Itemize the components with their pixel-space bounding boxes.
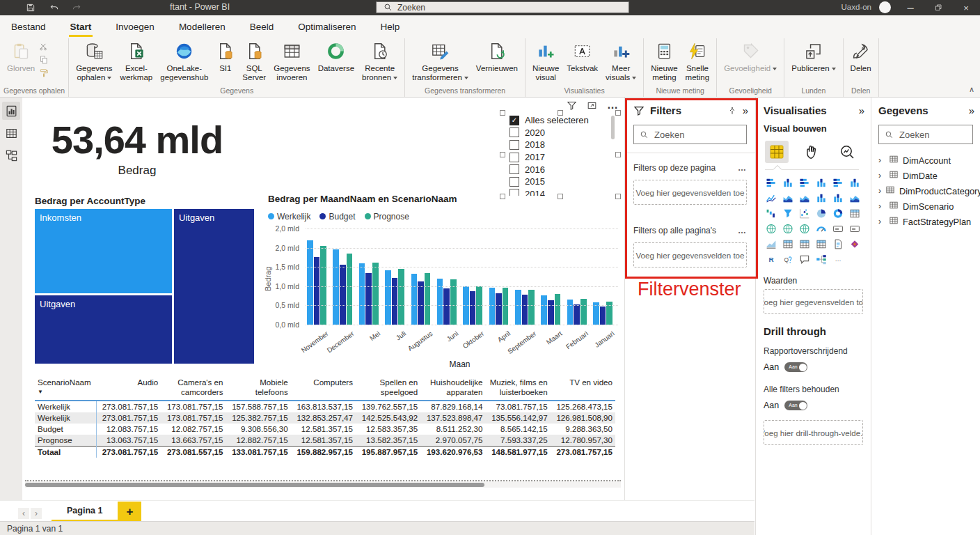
bar-group-december[interactable]: [333, 249, 352, 325]
menu-tab-beeld[interactable]: Beeld: [248, 19, 276, 35]
publiceren-button[interactable]: Publiceren: [788, 40, 839, 75]
card-visual[interactable]: 53,64 mld Bedrag: [36, 117, 238, 178]
legend-item-budget[interactable]: Budget: [319, 212, 355, 222]
multi-row-card-icon[interactable]: [848, 222, 862, 235]
slicer-scrollbar[interactable]: [611, 116, 615, 139]
column-header[interactable]: TV en video: [551, 377, 615, 401]
bar-prognose[interactable]: [425, 273, 431, 325]
bar-budget[interactable]: [574, 304, 580, 325]
column-header[interactable]: Computers: [291, 377, 356, 401]
checkbox-icon[interactable]: [509, 177, 519, 187]
column-header[interactable]: Mobiele telefoons: [226, 377, 291, 401]
bar-werkelijk[interactable]: [567, 300, 574, 325]
data-view-button[interactable]: [2, 124, 20, 142]
copy-icon[interactable]: [39, 55, 49, 68]
global-search-input[interactable]: Zoeken: [376, 1, 629, 13]
gegevens-transformeren-button[interactable]: Gegevens transformeren: [409, 40, 472, 84]
treemap-tile-inkomsten-0[interactable]: Inkomsten: [35, 209, 172, 293]
collapse-pane-icon[interactable]: »: [743, 104, 747, 116]
avatar[interactable]: [879, 1, 891, 13]
menu-tab-help[interactable]: Help: [379, 19, 401, 35]
checkbox-checked-icon[interactable]: ✓: [509, 116, 519, 125]
scatter-chart-icon[interactable]: [797, 207, 812, 220]
field-table-factstrategyplan[interactable]: ›FactStrategyPlan: [878, 214, 973, 229]
bar-prognose[interactable]: [528, 290, 535, 325]
column-header[interactable]: Spellen en speelgoed: [356, 377, 420, 401]
bar-prognose[interactable]: [320, 246, 326, 325]
snelle-meting-button[interactable]: Snelle meting: [682, 40, 713, 84]
bar-budget[interactable]: [340, 265, 346, 325]
table-row[interactable]: Prognose13.063.757,1513.663.757,1512.882…: [35, 435, 615, 447]
bar-werkelijk[interactable]: [515, 290, 521, 325]
excel-werkmap-button[interactable]: Excel- werkmap: [117, 40, 157, 84]
legend-item-werkelijk[interactable]: Werkelijk: [268, 212, 310, 222]
line-clustered-column-chart-icon[interactable]: [831, 192, 846, 205]
bar-budget[interactable]: [600, 307, 606, 325]
bar-prognose[interactable]: [580, 299, 587, 325]
bar-prognose[interactable]: [347, 254, 353, 325]
bar-budget[interactable]: [443, 288, 450, 325]
column-header[interactable]: Camera's en camcorders: [161, 377, 226, 401]
undo-icon[interactable]: [47, 1, 61, 15]
bar-group-augustus[interactable]: [411, 273, 431, 325]
paste-button[interactable]: Glorven: [3, 40, 38, 75]
sql-server-button[interactable]: SQL Server: [239, 40, 269, 84]
model-view-button[interactable]: [2, 146, 20, 164]
close-button[interactable]: ×: [952, 0, 980, 15]
expand-chevron-icon[interactable]: ›: [878, 171, 885, 180]
analytics-tab[interactable]: [835, 141, 859, 163]
treemap-visual[interactable]: InkomstenUitgavenUitgaven: [35, 209, 254, 364]
legend-item-prognose[interactable]: Prognose: [365, 212, 409, 222]
expand-chevron-icon[interactable]: ›: [878, 186, 881, 196]
stacked-column-chart-icon[interactable]: [780, 176, 795, 189]
stacked-area-chart-icon[interactable]: [797, 192, 812, 205]
save-icon[interactable]: [24, 1, 38, 15]
bar-budget[interactable]: [365, 273, 372, 325]
bar-budget[interactable]: [548, 300, 554, 325]
100-stacked-column-chart-icon[interactable]: [848, 176, 862, 189]
treemap-tile-uitgaven-1[interactable]: Uitgaven: [35, 295, 172, 364]
checkbox-icon[interactable]: [509, 164, 519, 174]
data-search-input[interactable]: Zoeken: [878, 125, 973, 144]
section-more-icon[interactable]: …: [738, 226, 747, 235]
minimize-button[interactable]: ─: [896, 0, 924, 15]
build-visual-tab[interactable]: [765, 141, 789, 163]
nieuwe-meting-button[interactable]: Nieuwe meting: [647, 40, 681, 84]
onelake-gegevenshub-button[interactable]: OneLake- gegevenshub: [157, 40, 212, 84]
table-row[interactable]: Werkelijk273.081.757,15173.081.757,15125…: [35, 412, 615, 424]
card-icon[interactable]: [831, 222, 846, 235]
selection-handle[interactable]: [558, 194, 563, 199]
field-table-dimaccount[interactable]: ›DimAccount: [878, 153, 973, 168]
slicer-item[interactable]: 2015: [509, 176, 618, 188]
kpi-icon[interactable]: [764, 238, 778, 251]
menu-tab-optimaliseren[interactable]: Optimaliseren: [297, 19, 357, 35]
selection-handle[interactable]: [615, 194, 621, 199]
waterfall-chart-icon[interactable]: [764, 207, 778, 220]
menu-tab-start[interactable]: Start: [69, 19, 93, 35]
si1-button[interactable]: SI1: [212, 40, 238, 75]
expand-chevron-icon[interactable]: ›: [878, 155, 885, 165]
gegevens-invoeren-button[interactable]: Gegevens invoeren: [270, 40, 313, 84]
bar-group-september[interactable]: [515, 290, 535, 325]
bar-werkelijk[interactable]: [307, 240, 313, 325]
bar-werkelijk[interactable]: [385, 270, 391, 325]
drill-through-dropzone[interactable]: Voeg hier drill-through-velde...: [764, 420, 863, 445]
bar-group-april[interactable]: [489, 288, 509, 325]
new-page-button[interactable]: +: [118, 502, 141, 522]
bar-group-juli[interactable]: [385, 269, 404, 325]
report-canvas[interactable]: 53,64 mld Bedrag … ✓Alles selecteren2020…: [22, 98, 624, 500]
grid-visual-icon[interactable]: [814, 238, 828, 251]
nieuwe-visual-button[interactable]: Nieuwe visual: [529, 40, 562, 84]
menu-tab-invoegen[interactable]: Invoegen: [114, 19, 156, 35]
filters-search-input[interactable]: Zoeken: [633, 125, 747, 144]
treemap-icon[interactable]: [848, 207, 862, 220]
bar-budget[interactable]: [522, 295, 528, 325]
expand-chevron-icon[interactable]: ›: [878, 201, 885, 211]
field-table-dimdate[interactable]: ›DimDate: [878, 168, 973, 183]
slicer-visual[interactable]: ✓Alles selecteren20202018201720162015201…: [503, 113, 618, 196]
collapse-pane-icon[interactable]: »: [859, 104, 863, 116]
expand-chevron-icon[interactable]: ›: [878, 217, 885, 226]
selection-handle[interactable]: [615, 152, 621, 157]
prev-page-icon[interactable]: ‹: [18, 508, 29, 519]
field-table-dimscenario[interactable]: ›DimScenario: [878, 199, 973, 214]
